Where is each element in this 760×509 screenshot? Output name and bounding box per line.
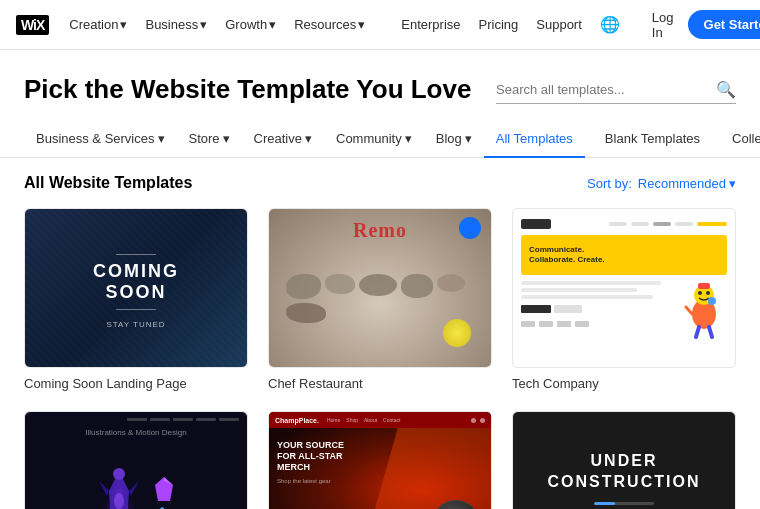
tab-all-templates[interactable]: All Templates	[484, 121, 585, 158]
template-thumb-coming-soon: COMINGSOON STAY TUNED	[24, 208, 248, 368]
nav-enterprise[interactable]: Enterprise	[395, 13, 466, 36]
tech-logo-mark	[521, 219, 551, 229]
template-card-sport[interactable]: ChampPlace. Home Shop About Contact	[268, 411, 492, 509]
nav-resources[interactable]: Resources ▾	[288, 13, 371, 36]
template-thumb-under-construction: UNDERCONSTRUCTION ▶ ◀ ■ ●	[512, 411, 736, 509]
template-card-chef[interactable]: Remo Chef Re	[268, 208, 492, 391]
nav-creation[interactable]: Creation ▾	[63, 13, 133, 36]
tab-creative[interactable]: Creative ▾	[242, 121, 324, 158]
hero-section: Pick the Website Template You Love 🔍	[0, 50, 760, 121]
cs-title-text: COMINGSOON	[93, 261, 179, 303]
login-button[interactable]: Log In	[644, 10, 682, 40]
nav-support[interactable]: Support	[530, 13, 588, 36]
template-grid: COMINGSOON STAY TUNED Coming Soon Landin…	[24, 208, 736, 509]
template-thumb-illustrator: Illustrations & Motion Design	[24, 411, 248, 509]
top-nav: WiX Creation ▾ Business ▾ Growth ▾ Resou…	[0, 0, 760, 50]
template-card-under-construction[interactable]: UNDERCONSTRUCTION ▶ ◀ ■ ● Coming Soon La…	[512, 411, 736, 509]
svg-point-2	[698, 291, 702, 295]
svg-point-8	[708, 297, 716, 305]
template-card-coming-soon[interactable]: COMINGSOON STAY TUNED Coming Soon Landin…	[24, 208, 248, 391]
tab-business-services[interactable]: Business & Services ▾	[24, 121, 177, 158]
filter-tabs: Business & Services ▾ Store ▾ Creative ▾…	[0, 121, 760, 158]
template-thumb-sport: ChampPlace. Home Shop About Contact	[268, 411, 492, 509]
page-title: Pick the Website Template You Love	[24, 74, 471, 105]
search-box: 🔍	[496, 76, 736, 104]
tab-store[interactable]: Store ▾	[177, 121, 242, 158]
nav-growth[interactable]: Growth ▾	[219, 13, 282, 36]
svg-line-4	[686, 307, 692, 314]
svg-line-6	[709, 327, 712, 337]
svg-marker-13	[99, 481, 109, 496]
template-name-0: Coming Soon Landing Page	[24, 376, 248, 391]
svg-line-5	[696, 327, 699, 337]
content-title: All Website Templates	[24, 174, 192, 192]
wix-logo[interactable]: WiX	[16, 15, 49, 35]
search-icon[interactable]: 🔍	[716, 80, 736, 99]
nav-business[interactable]: Business ▾	[139, 13, 213, 36]
svg-rect-7	[698, 283, 710, 289]
tab-blank-templates[interactable]: Blank Templates	[593, 121, 712, 158]
template-thumb-tech: Communicate.Collaborate. Create.	[512, 208, 736, 368]
svg-point-12	[113, 468, 125, 480]
sport-headline-text: YOUR SOURCEFOR ALL-STARMERCH	[277, 440, 402, 472]
circle-badge	[459, 217, 481, 239]
template-card-illustrator[interactable]: Illustrations & Motion Design	[24, 411, 248, 509]
svg-point-3	[706, 291, 710, 295]
sport-brand-name: ChampPlace.	[275, 417, 319, 424]
nav-pricing[interactable]: Pricing	[473, 13, 525, 36]
get-started-button[interactable]: Get Started	[688, 10, 760, 39]
template-name-2: Tech Company	[512, 376, 736, 391]
remo-brand: Remo	[353, 219, 407, 242]
svg-point-15	[114, 493, 124, 509]
illus-headline: Illustrations & Motion Design	[85, 428, 186, 437]
svg-marker-14	[129, 481, 139, 496]
uc-progress-bar	[594, 502, 654, 505]
search-input[interactable]	[496, 82, 710, 97]
cs-subtitle-text: STAY TUNED	[106, 320, 165, 329]
template-card-tech[interactable]: Communicate.Collaborate. Create.	[512, 208, 736, 391]
uc-title-text: UNDERCONSTRUCTION	[548, 451, 701, 493]
globe-icon[interactable]: 🌐	[600, 15, 620, 34]
content-header: All Website Templates Sort by: Recommend…	[24, 174, 736, 192]
template-thumb-chef: Remo	[268, 208, 492, 368]
sort-control[interactable]: Sort by: Recommended ▾	[587, 176, 736, 191]
template-name-1: Chef Restaurant	[268, 376, 492, 391]
tab-collections[interactable]: Collections ▾	[720, 121, 760, 158]
tab-blog[interactable]: Blog ▾	[424, 121, 484, 158]
tab-community[interactable]: Community ▾	[324, 121, 424, 158]
content-area: All Website Templates Sort by: Recommend…	[0, 158, 760, 509]
